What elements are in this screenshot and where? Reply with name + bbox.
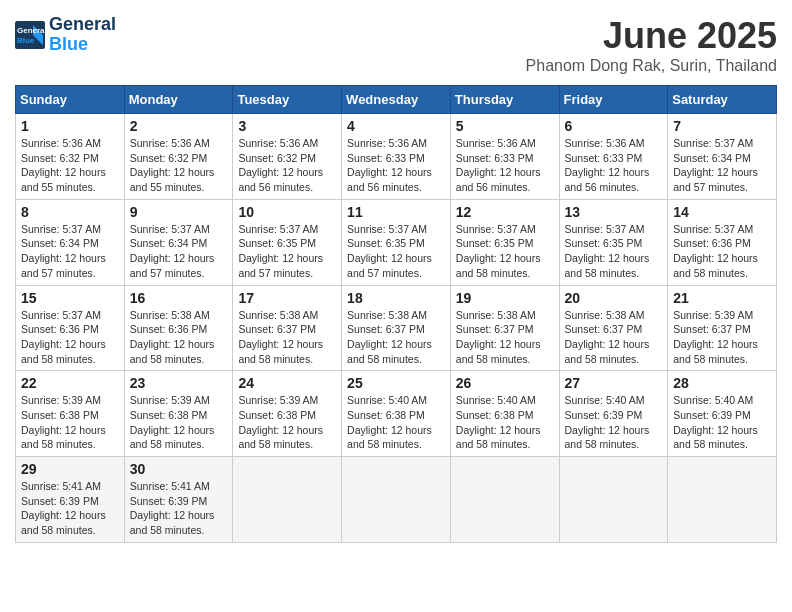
day-number: 14 [673, 204, 771, 220]
header-thursday: Thursday [450, 86, 559, 114]
calendar-day-cell: 24Sunrise: 5:39 AMSunset: 6:38 PMDayligh… [233, 371, 342, 457]
calendar-table: Sunday Monday Tuesday Wednesday Thursday… [15, 85, 777, 543]
day-info: Sunrise: 5:41 AMSunset: 6:39 PMDaylight:… [130, 479, 228, 538]
calendar-day-cell: 6Sunrise: 5:36 AMSunset: 6:33 PMDaylight… [559, 114, 668, 200]
calendar-day-cell: 22Sunrise: 5:39 AMSunset: 6:38 PMDayligh… [16, 371, 125, 457]
day-info: Sunrise: 5:37 AMSunset: 6:35 PMDaylight:… [347, 222, 445, 281]
day-number: 20 [565, 290, 663, 306]
month-title: June 2025 [526, 15, 777, 57]
logo-text: General Blue [49, 15, 116, 55]
day-number: 22 [21, 375, 119, 391]
day-info: Sunrise: 5:39 AMSunset: 6:37 PMDaylight:… [673, 308, 771, 367]
day-info: Sunrise: 5:36 AMSunset: 6:33 PMDaylight:… [565, 136, 663, 195]
day-number: 12 [456, 204, 554, 220]
day-info: Sunrise: 5:37 AMSunset: 6:36 PMDaylight:… [21, 308, 119, 367]
calendar-day-cell [342, 457, 451, 543]
day-number: 30 [130, 461, 228, 477]
day-info: Sunrise: 5:39 AMSunset: 6:38 PMDaylight:… [130, 393, 228, 452]
calendar-day-cell: 2Sunrise: 5:36 AMSunset: 6:32 PMDaylight… [124, 114, 233, 200]
calendar-day-cell: 14Sunrise: 5:37 AMSunset: 6:36 PMDayligh… [668, 199, 777, 285]
calendar-day-cell: 3Sunrise: 5:36 AMSunset: 6:32 PMDaylight… [233, 114, 342, 200]
calendar-day-cell [668, 457, 777, 543]
day-info: Sunrise: 5:37 AMSunset: 6:36 PMDaylight:… [673, 222, 771, 281]
day-number: 9 [130, 204, 228, 220]
header-sunday: Sunday [16, 86, 125, 114]
calendar-day-cell: 21Sunrise: 5:39 AMSunset: 6:37 PMDayligh… [668, 285, 777, 371]
svg-text:General: General [17, 26, 45, 35]
day-number: 11 [347, 204, 445, 220]
calendar-day-cell: 28Sunrise: 5:40 AMSunset: 6:39 PMDayligh… [668, 371, 777, 457]
day-number: 21 [673, 290, 771, 306]
calendar-day-cell: 18Sunrise: 5:38 AMSunset: 6:37 PMDayligh… [342, 285, 451, 371]
day-number: 24 [238, 375, 336, 391]
logo: General Blue General Blue [15, 15, 116, 55]
day-info: Sunrise: 5:38 AMSunset: 6:37 PMDaylight:… [238, 308, 336, 367]
calendar-day-cell: 12Sunrise: 5:37 AMSunset: 6:35 PMDayligh… [450, 199, 559, 285]
calendar-day-cell: 9Sunrise: 5:37 AMSunset: 6:34 PMDaylight… [124, 199, 233, 285]
day-number: 8 [21, 204, 119, 220]
calendar-day-cell: 10Sunrise: 5:37 AMSunset: 6:35 PMDayligh… [233, 199, 342, 285]
day-info: Sunrise: 5:37 AMSunset: 6:35 PMDaylight:… [456, 222, 554, 281]
calendar-week-row: 8Sunrise: 5:37 AMSunset: 6:34 PMDaylight… [16, 199, 777, 285]
header-monday: Monday [124, 86, 233, 114]
day-info: Sunrise: 5:39 AMSunset: 6:38 PMDaylight:… [21, 393, 119, 452]
day-number: 23 [130, 375, 228, 391]
day-number: 10 [238, 204, 336, 220]
day-number: 29 [21, 461, 119, 477]
day-info: Sunrise: 5:36 AMSunset: 6:32 PMDaylight:… [130, 136, 228, 195]
logo-line1: General [49, 15, 116, 35]
day-number: 4 [347, 118, 445, 134]
calendar-day-cell: 11Sunrise: 5:37 AMSunset: 6:35 PMDayligh… [342, 199, 451, 285]
day-info: Sunrise: 5:37 AMSunset: 6:34 PMDaylight:… [130, 222, 228, 281]
day-number: 19 [456, 290, 554, 306]
day-info: Sunrise: 5:36 AMSunset: 6:32 PMDaylight:… [21, 136, 119, 195]
svg-text:Blue: Blue [17, 36, 35, 45]
day-info: Sunrise: 5:36 AMSunset: 6:33 PMDaylight:… [456, 136, 554, 195]
day-number: 1 [21, 118, 119, 134]
calendar-day-cell: 1Sunrise: 5:36 AMSunset: 6:32 PMDaylight… [16, 114, 125, 200]
title-area: June 2025 Phanom Dong Rak, Surin, Thaila… [526, 15, 777, 75]
day-number: 6 [565, 118, 663, 134]
calendar-week-row: 1Sunrise: 5:36 AMSunset: 6:32 PMDaylight… [16, 114, 777, 200]
calendar-day-cell [559, 457, 668, 543]
day-info: Sunrise: 5:36 AMSunset: 6:32 PMDaylight:… [238, 136, 336, 195]
calendar-day-cell [450, 457, 559, 543]
calendar-day-cell: 30Sunrise: 5:41 AMSunset: 6:39 PMDayligh… [124, 457, 233, 543]
calendar-day-cell [233, 457, 342, 543]
day-number: 5 [456, 118, 554, 134]
calendar-day-cell: 25Sunrise: 5:40 AMSunset: 6:38 PMDayligh… [342, 371, 451, 457]
calendar-week-row: 22Sunrise: 5:39 AMSunset: 6:38 PMDayligh… [16, 371, 777, 457]
day-number: 7 [673, 118, 771, 134]
calendar-week-row: 29Sunrise: 5:41 AMSunset: 6:39 PMDayligh… [16, 457, 777, 543]
header-friday: Friday [559, 86, 668, 114]
logo-line2: Blue [49, 34, 88, 54]
calendar-day-cell: 19Sunrise: 5:38 AMSunset: 6:37 PMDayligh… [450, 285, 559, 371]
header-wednesday: Wednesday [342, 86, 451, 114]
calendar-day-cell: 7Sunrise: 5:37 AMSunset: 6:34 PMDaylight… [668, 114, 777, 200]
day-info: Sunrise: 5:40 AMSunset: 6:38 PMDaylight:… [456, 393, 554, 452]
calendar-day-cell: 4Sunrise: 5:36 AMSunset: 6:33 PMDaylight… [342, 114, 451, 200]
day-info: Sunrise: 5:40 AMSunset: 6:39 PMDaylight:… [565, 393, 663, 452]
page-header: General Blue General Blue June 2025 Phan… [15, 15, 777, 75]
calendar-day-cell: 13Sunrise: 5:37 AMSunset: 6:35 PMDayligh… [559, 199, 668, 285]
day-info: Sunrise: 5:37 AMSunset: 6:34 PMDaylight:… [21, 222, 119, 281]
calendar-day-cell: 23Sunrise: 5:39 AMSunset: 6:38 PMDayligh… [124, 371, 233, 457]
calendar-day-cell: 29Sunrise: 5:41 AMSunset: 6:39 PMDayligh… [16, 457, 125, 543]
day-info: Sunrise: 5:40 AMSunset: 6:38 PMDaylight:… [347, 393, 445, 452]
day-number: 28 [673, 375, 771, 391]
day-number: 27 [565, 375, 663, 391]
calendar-day-cell: 15Sunrise: 5:37 AMSunset: 6:36 PMDayligh… [16, 285, 125, 371]
logo-icon: General Blue [15, 21, 45, 49]
day-info: Sunrise: 5:38 AMSunset: 6:37 PMDaylight:… [347, 308, 445, 367]
day-info: Sunrise: 5:37 AMSunset: 6:35 PMDaylight:… [565, 222, 663, 281]
calendar-day-cell: 5Sunrise: 5:36 AMSunset: 6:33 PMDaylight… [450, 114, 559, 200]
calendar-day-cell: 16Sunrise: 5:38 AMSunset: 6:36 PMDayligh… [124, 285, 233, 371]
weekday-header-row: Sunday Monday Tuesday Wednesday Thursday… [16, 86, 777, 114]
day-info: Sunrise: 5:38 AMSunset: 6:37 PMDaylight:… [456, 308, 554, 367]
day-info: Sunrise: 5:41 AMSunset: 6:39 PMDaylight:… [21, 479, 119, 538]
calendar-day-cell: 20Sunrise: 5:38 AMSunset: 6:37 PMDayligh… [559, 285, 668, 371]
day-info: Sunrise: 5:38 AMSunset: 6:37 PMDaylight:… [565, 308, 663, 367]
header-tuesday: Tuesday [233, 86, 342, 114]
day-number: 13 [565, 204, 663, 220]
calendar-week-row: 15Sunrise: 5:37 AMSunset: 6:36 PMDayligh… [16, 285, 777, 371]
